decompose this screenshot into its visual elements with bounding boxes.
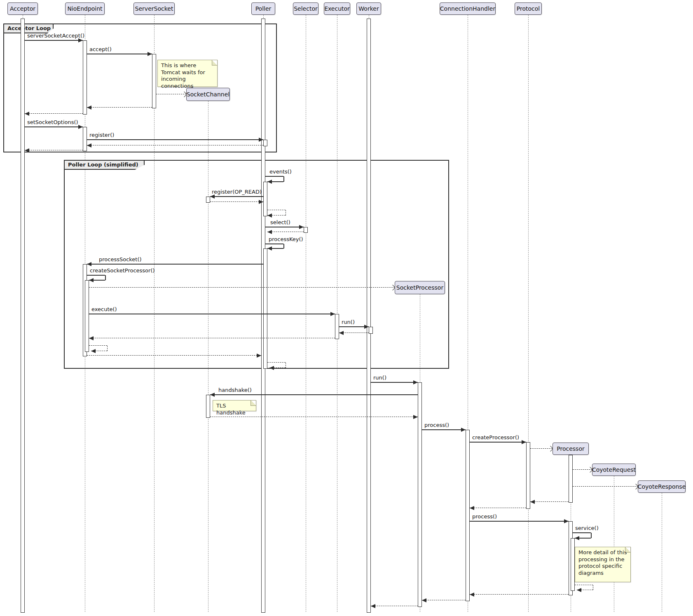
self-events-down bbox=[283, 176, 284, 182]
msg-processSocket-label: processSocket() bbox=[99, 256, 142, 262]
self-service-down bbox=[591, 533, 592, 538]
msg-register bbox=[87, 139, 263, 140]
return-selector-poller-arrowhead bbox=[267, 230, 272, 234]
msg-setSocketOptions-label: setSocketOptions() bbox=[27, 119, 78, 125]
participant-socketprocessor: SocketProcessor bbox=[395, 281, 445, 294]
activation-bar-nioendpoint bbox=[83, 127, 87, 151]
frame-poller-loop-label: Poller Loop (simplified) bbox=[64, 160, 145, 170]
msg-process-processor-label: process() bbox=[472, 513, 497, 520]
msg-createProcessor bbox=[470, 442, 526, 443]
msg-register-op-read-arrowhead bbox=[210, 194, 215, 199]
activation-bar-selector bbox=[304, 227, 308, 233]
msg-serverSocketAccept-arrowhead bbox=[78, 38, 83, 42]
note-corner-fold bbox=[625, 547, 630, 553]
return-socketchannel-socketprocessor-arrowhead bbox=[413, 415, 418, 419]
msg-process-processor bbox=[470, 521, 569, 522]
msg-select-arrowhead bbox=[299, 225, 304, 229]
return-worker-executor-arrowhead bbox=[339, 331, 344, 335]
msg-handshake-label: handshake() bbox=[218, 387, 252, 393]
selfreturn-processor-arrowhead bbox=[577, 588, 581, 592]
note-note-tomcat-waits: This is where Tomcat waits for incoming … bbox=[157, 60, 218, 87]
msg-process bbox=[422, 429, 466, 430]
self-createSocketProcessor-out bbox=[87, 275, 105, 276]
msg-accept-label: accept() bbox=[89, 46, 112, 52]
activation-bar-poller-events bbox=[263, 182, 267, 216]
return-poller-nioendpoint-arrowhead bbox=[87, 143, 91, 148]
lifeline-coyoterequest bbox=[614, 476, 614, 612]
msg-run-worker-arrowhead bbox=[364, 325, 369, 329]
msg-serverSocketAccept-label: serverSocketAccept() bbox=[27, 33, 84, 39]
return-nioendpoint-poller bbox=[87, 355, 261, 356]
selfreturn-poller-processkey-down bbox=[286, 363, 286, 368]
frame-acceptor-loop-label: Acceptor Loop bbox=[3, 23, 54, 33]
activation-bar-processor-create bbox=[569, 455, 573, 503]
self-events-label: events() bbox=[269, 169, 292, 175]
activation-bar-processor-service bbox=[571, 538, 575, 591]
return-nioendpoint-acceptor-2 bbox=[25, 150, 83, 150]
note-more-detail-text: More detail of this processing in the pr… bbox=[578, 549, 627, 576]
msg-process-processor-arrowhead bbox=[564, 519, 569, 523]
return-nioendpoint-poller-arrowhead bbox=[257, 354, 261, 358]
activation-bar-protocol bbox=[526, 442, 530, 509]
activation-bar-nioendpoint bbox=[83, 40, 87, 115]
participant-selector: Selector bbox=[293, 2, 318, 15]
msg-processSocket bbox=[87, 264, 263, 265]
msg-execute-label: execute() bbox=[91, 306, 117, 312]
participant-connectionhandler: ConnectionHandler bbox=[440, 2, 496, 15]
frame-frame-acceptor-loop: Acceptor Loop bbox=[3, 23, 277, 152]
create-socketprocessor bbox=[89, 287, 395, 288]
activation-bar-poller-register bbox=[263, 140, 267, 146]
self-createSocketProcessor-arrowhead bbox=[89, 278, 94, 282]
participant-acceptor: Acceptor bbox=[7, 2, 38, 15]
return-serversocket-nioendpoint bbox=[87, 107, 152, 108]
return-selector-poller bbox=[267, 232, 304, 232]
msg-createProcessor-arrowhead bbox=[522, 440, 526, 444]
selfreturn-poller-processkey-arrowhead bbox=[269, 366, 274, 370]
msg-register-op-read bbox=[210, 196, 263, 197]
self-events-out bbox=[265, 176, 283, 177]
msg-run-socketprocessor-label: run() bbox=[373, 375, 386, 381]
activation-bar-connectionhandler bbox=[466, 430, 470, 601]
activation-bar-socketchannel-handshake bbox=[206, 395, 210, 418]
return-connectionhandler-socketprocessor bbox=[422, 600, 466, 600]
self-processKey-down bbox=[283, 244, 284, 248]
selfreturn-poller-processkey-out bbox=[267, 362, 286, 363]
return-nioendpoint-acceptor-2-arrowhead bbox=[25, 148, 29, 152]
msg-process-arrowhead bbox=[461, 428, 466, 432]
participant-coyoterequest: CoyoteRequest bbox=[592, 464, 636, 476]
participant-socketchannel: SocketChannel bbox=[186, 88, 230, 101]
self-processKey-label: processKey() bbox=[269, 236, 303, 242]
msg-setSocketOptions bbox=[25, 126, 83, 127]
msg-handshake bbox=[210, 394, 418, 395]
msg-processSocket-arrowhead bbox=[87, 262, 91, 266]
msg-register-op-read-label: register(OP_READ) bbox=[208, 189, 262, 195]
msg-execute-arrowhead bbox=[330, 312, 335, 316]
return-socketchannel-poller bbox=[210, 201, 263, 202]
return-nioendpoint-acceptor-arrowhead bbox=[25, 112, 29, 116]
msg-register-arrowhead bbox=[259, 138, 263, 142]
selfreturn-nioendpoint-down bbox=[107, 346, 108, 351]
activation-bar-nioendpoint-nested bbox=[85, 280, 89, 352]
return-executor-nioendpoint-arrowhead bbox=[89, 336, 94, 340]
participant-protocol: Protocol bbox=[515, 2, 542, 15]
selfreturn-nioendpoint-arrowhead bbox=[91, 349, 96, 353]
self-service-out bbox=[573, 532, 591, 533]
lifeline-coyoteresponse bbox=[662, 493, 662, 612]
msg-handshake-arrowhead bbox=[210, 393, 215, 397]
return-processor-protocol bbox=[530, 501, 569, 502]
activation-bar-acceptor bbox=[21, 19, 25, 613]
note-note-more-detail: More detail of this processing in the pr… bbox=[575, 547, 631, 582]
return-socketprocessor-worker-arrowhead bbox=[371, 604, 375, 608]
participant-serversocket: ServerSocket bbox=[133, 2, 175, 15]
activation-bar-poller-processkey bbox=[263, 248, 267, 369]
selfreturn-poller-events-arrowhead bbox=[267, 213, 272, 218]
sequence-diagram: Acceptor LoopPoller Loop (simplified)ser… bbox=[0, 0, 693, 616]
msg-register-label: register() bbox=[89, 132, 114, 138]
self-createSocketProcessor-down bbox=[105, 275, 106, 280]
note-corner-fold bbox=[251, 401, 256, 406]
participant-coyoteresponse: CoyoteResponse bbox=[638, 480, 686, 493]
msg-createProcessor-label: createProcessor() bbox=[472, 434, 519, 440]
return-processor-connectionhandler bbox=[470, 594, 569, 595]
note-tls-handshake-text: TLS handshake bbox=[216, 403, 246, 416]
selfreturn-processor-out bbox=[575, 585, 593, 585]
